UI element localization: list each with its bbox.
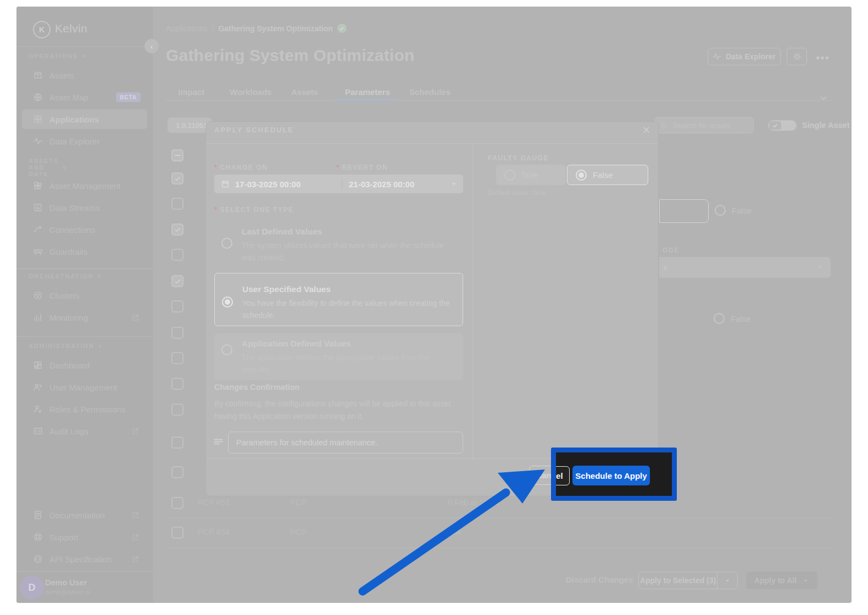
sidebar-item-roles-permissions[interactable]: Roles & Permissions (22, 399, 147, 419)
sidebar-item-audit-logs[interactable]: Audit Logs (22, 421, 147, 441)
cancel-button[interactable]: Cancel (551, 466, 570, 485)
schedule-type-option-1[interactable]: Last Defined ValuesThe system utilizes v… (214, 222, 463, 268)
breadcrumb-parent[interactable]: Applications (166, 24, 208, 33)
beta-badge: BETA (116, 92, 141, 102)
schedule-type-option-2[interactable]: User Specified ValuesYou have the flexib… (214, 273, 463, 326)
row-checkbox[interactable] (171, 249, 183, 261)
sidebar-item-label: Asset Management (49, 181, 147, 191)
row-checkbox[interactable] (171, 327, 183, 339)
caret-down-icon (816, 264, 824, 271)
radio-icon (715, 205, 726, 216)
row-checkbox[interactable] (171, 352, 183, 364)
sidebar-item-asset-map[interactable]: Asset MapBETA (22, 87, 147, 107)
close-icon[interactable] (639, 123, 653, 136)
more-actions-button[interactable]: ••• (813, 49, 833, 66)
globe-icon (33, 92, 43, 102)
row-checkbox[interactable] (171, 149, 183, 161)
data-explorer-button[interactable]: Data Explorer (708, 48, 781, 65)
row-checkbox[interactable] (171, 172, 183, 185)
brand-name: Kelvin (55, 22, 87, 35)
tab-schedules[interactable]: Schedules (409, 83, 450, 100)
option-title: User Specified Values (242, 284, 454, 294)
tabs-divider (166, 100, 833, 100)
discard-changes-button[interactable]: Discard Changes (566, 575, 633, 584)
row-checkbox[interactable] (171, 466, 183, 478)
sidebar-section-header[interactable]: ORCHESTRATION∨ (29, 272, 102, 281)
radio-icon[interactable] (221, 238, 232, 249)
breadcrumb-current: Gathering System Optimization (218, 24, 332, 33)
tab-assets[interactable]: Assets (291, 83, 318, 100)
option-description: The system utilizes values that were set… (242, 240, 454, 264)
row-checkbox[interactable] (171, 404, 183, 416)
external-link-icon (131, 511, 140, 519)
sidebar-section-header[interactable]: ASSETS AND DATA∨ (29, 163, 67, 172)
sidebar-item-data-streams[interactable]: Data Streams (22, 198, 147, 217)
status-check-icon (337, 24, 347, 33)
table-row[interactable]: PCP #54PCPN/A (166, 518, 833, 548)
data-explorer-label: Data Explorer (726, 52, 776, 61)
sidebar-collapse-button[interactable]: ‹ (144, 39, 159, 53)
apply-to-selected-label[interactable]: Apply to Selected (3) (639, 572, 717, 589)
sidebar-item-connections[interactable]: Connections (22, 220, 147, 239)
avatar[interactable]: D (20, 575, 44, 600)
settings-button[interactable] (787, 48, 807, 65)
sidebar-item-monitoring[interactable]: Monitoring (22, 308, 147, 327)
row-checkbox[interactable] (171, 300, 183, 312)
sidebar-section-header[interactable]: ADMINISTRATION∨ (29, 342, 103, 350)
schedule-type-option-3[interactable]: Application Defined ValuesThe applicatio… (214, 333, 463, 380)
single-asset-toggle[interactable] (768, 120, 797, 131)
row-checkbox[interactable] (171, 378, 183, 390)
tab-parameters[interactable]: Parameters (345, 83, 390, 100)
sidebar-divider (16, 571, 153, 572)
sidebar-item-api-specification[interactable]: API Specification (22, 549, 147, 569)
comment-input[interactable]: Parameters for scheduled maintenance. (228, 432, 463, 454)
row-checkbox[interactable] (171, 437, 183, 449)
radio-icon[interactable] (221, 344, 232, 355)
sidebar-item-support[interactable]: Support (22, 527, 147, 547)
select-value: e (664, 263, 668, 272)
sidebar-item-asset-management[interactable]: Asset Management (22, 176, 147, 195)
indeterminate-mark (175, 155, 181, 156)
page-title: Gathering System Optimization (166, 46, 415, 65)
sidebar-item-clusters[interactable]: Clusters (22, 286, 147, 305)
chevron-down-icon: ∨ (82, 53, 86, 59)
search-input[interactable] (672, 121, 748, 130)
sidebar-item-label: Assets (49, 71, 147, 80)
sidebar-item-label: Support (49, 533, 125, 542)
modal-column-divider (472, 144, 473, 459)
apply-to-selected-caret[interactable] (717, 572, 737, 589)
faulty-gauge-option-true[interactable]: True (496, 165, 566, 185)
sidebar-section-header[interactable]: OPERATIONS∨ (29, 52, 86, 60)
background-radio-false-1[interactable]: False (715, 205, 752, 216)
apply-to-selected-button[interactable]: Apply to Selected (3) (638, 572, 738, 589)
tab-impact[interactable]: Impact (178, 83, 204, 100)
external-link-icon (131, 555, 140, 563)
sidebar-item-user-management[interactable]: User Management (22, 377, 147, 397)
background-radio-false-2[interactable]: False (714, 313, 751, 324)
kelvin-logo-icon: K (33, 21, 51, 38)
sidebar-item-label: Dashboard (49, 361, 147, 370)
sidebar-item-label: Connections (49, 225, 147, 234)
row-checkbox[interactable] (171, 198, 183, 210)
asset-search (655, 117, 754, 133)
sidebar-item-dashboard[interactable]: Dashboard (22, 355, 147, 375)
apply-to-all-button[interactable]: Apply to All (746, 572, 817, 589)
sidebar-item-assets[interactable]: Assets (22, 65, 147, 85)
row-checkbox[interactable] (171, 275, 183, 287)
faulty-gauge-option-false[interactable]: False (567, 165, 648, 185)
sidebar-item-documentation[interactable]: Documentation (22, 505, 147, 525)
sidebar-item-applications[interactable]: Applications (22, 109, 147, 129)
background-select[interactable]: e (659, 257, 831, 278)
schedule-to-apply-button[interactable]: Schedule to Apply (572, 466, 650, 485)
chevron-down-icon[interactable] (819, 93, 828, 103)
background-partial-label: ODE (663, 247, 680, 254)
row-checkbox[interactable] (171, 223, 183, 236)
sidebar-item-data-explorer[interactable]: Data Explorer (22, 131, 147, 151)
waveform-icon (33, 136, 43, 146)
sidebar-item-guardrails[interactable]: Guardrails (22, 242, 147, 261)
revert-on-label: *REVERT ON (336, 163, 388, 171)
revert-on-input[interactable]: 21-03-2025 00:00 (342, 180, 463, 189)
radio-icon[interactable] (222, 297, 233, 308)
tab-workloads[interactable]: Workloads (230, 83, 271, 100)
change-on-input[interactable]: 17-03-2025 00:00 (214, 180, 342, 189)
